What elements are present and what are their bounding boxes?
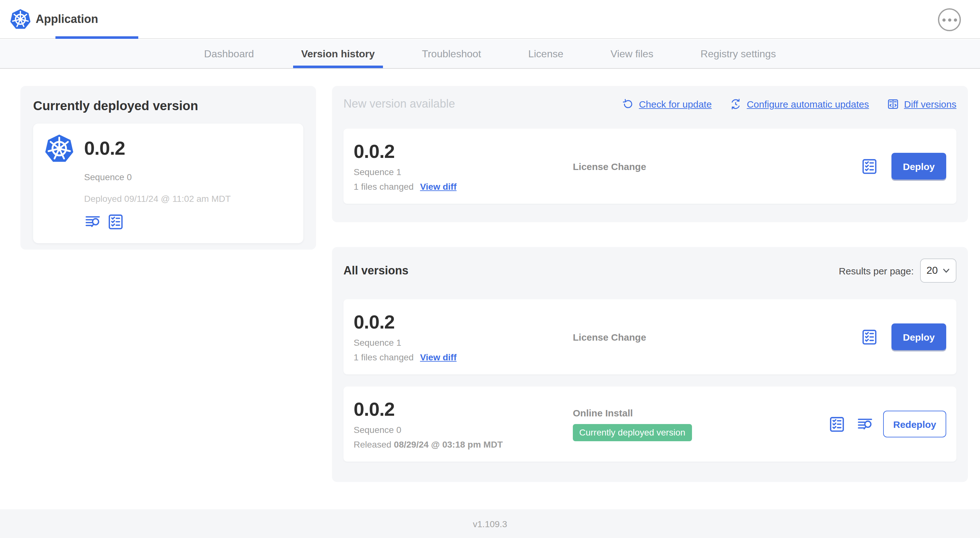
deploy-button[interactable]: Deploy	[891, 324, 946, 350]
preflight-checklist-icon	[828, 416, 846, 433]
ellipsis-icon	[942, 18, 945, 21]
schedule-update-icon	[730, 98, 742, 110]
tab-registry-settings[interactable]: Registry settings	[677, 40, 800, 68]
chevron-down-icon	[942, 267, 950, 275]
new-version-title: New version available	[344, 97, 455, 111]
current-version-number: 0.0.2	[84, 138, 125, 159]
preflight-checks-button[interactable]	[107, 213, 124, 230]
app-tab-label: Application	[36, 13, 98, 26]
currently-deployed-badge: Currently deployed version	[573, 424, 692, 441]
redeploy-button[interactable]: Redeploy	[883, 411, 946, 437]
version-row-sequence-1: 0.0.2 Sequence 1 1 files changed View di…	[344, 299, 956, 375]
version-source: Online Install	[573, 407, 828, 418]
diff-versions-link[interactable]: Diff versions	[887, 98, 956, 110]
results-per-page-label: Results per page:	[839, 265, 914, 276]
app-window: Application Dashboard Version history Tr…	[0, 0, 980, 538]
app-tab[interactable]: Application	[9, 0, 98, 39]
new-version-panel: New version available Check for update	[332, 86, 968, 222]
version-sequence: Sequence 1	[354, 338, 573, 348]
current-version-title: Currently deployed version	[33, 99, 303, 113]
new-version-card: 0.0.2 Sequence 1 1 files changed View di…	[344, 129, 956, 204]
configure-automatic-updates-link[interactable]: Configure automatic updates	[730, 98, 869, 110]
app-footer: v1.109.3	[0, 509, 980, 538]
app-header: Application	[0, 0, 980, 39]
files-changed-text: 1 files changed	[354, 181, 414, 192]
results-per-page-select[interactable]: 20	[920, 259, 956, 283]
kubernetes-logo-icon	[9, 7, 32, 30]
nav-tabs: Dashboard Version history Troubleshoot L…	[0, 40, 980, 69]
preflight-checklist-icon	[861, 328, 878, 345]
current-version-sequence: Sequence 0	[84, 172, 293, 182]
preflight-checks-button[interactable]	[861, 157, 878, 175]
version-number: 0.0.2	[354, 398, 573, 420]
view-diff-link[interactable]: View diff	[420, 181, 457, 192]
app-tab-active-underline	[56, 36, 138, 39]
logs-icon	[856, 416, 873, 433]
preflight-checklist-icon	[107, 213, 124, 230]
more-menu-button[interactable]	[938, 8, 961, 31]
tab-dashboard[interactable]: Dashboard	[181, 40, 278, 68]
diff-icon	[887, 98, 899, 110]
tab-view-files[interactable]: View files	[587, 40, 677, 68]
tab-version-history[interactable]: Version history	[277, 40, 398, 68]
version-source: License Change	[573, 161, 861, 171]
current-version-card: 0.0.2 Sequence 0 Deployed 09/11/24 @ 11:…	[33, 124, 303, 243]
preflight-checks-button[interactable]	[828, 416, 846, 433]
version-sequence: Sequence 0	[354, 425, 573, 435]
refresh-icon	[622, 98, 634, 110]
check-for-update-link[interactable]: Check for update	[622, 98, 712, 110]
console-version: v1.109.3	[473, 519, 507, 529]
version-number: 0.0.2	[354, 141, 573, 162]
tab-troubleshoot[interactable]: Troubleshoot	[398, 40, 505, 68]
all-versions-title: All versions	[344, 264, 409, 277]
version-released-at: Released08/29/24 @ 03:18 pm MDT	[354, 439, 573, 449]
deploy-button[interactable]: Deploy	[891, 153, 946, 179]
all-versions-panel: All versions Results per page: 20 0.0.2 …	[332, 247, 968, 482]
kubernetes-logo-icon	[43, 132, 75, 164]
tab-license[interactable]: License	[505, 40, 587, 68]
current-version-panel: Currently deployed version	[21, 86, 316, 249]
version-sequence: Sequence 1	[354, 167, 573, 177]
view-logs-button[interactable]	[84, 213, 101, 230]
version-row-sequence-0: 0.0.2 Sequence 0 Released08/29/24 @ 03:1…	[344, 386, 956, 462]
logs-icon	[84, 213, 101, 230]
current-version-deployed-at: Deployed 09/11/24 @ 11:02 am MDT	[84, 194, 293, 204]
preflight-checks-button[interactable]	[861, 328, 878, 345]
files-changed-text: 1 files changed	[354, 352, 414, 362]
preflight-checklist-icon	[861, 157, 878, 175]
view-logs-button[interactable]	[856, 416, 873, 433]
view-diff-link[interactable]: View diff	[420, 352, 457, 362]
version-number: 0.0.2	[354, 311, 573, 333]
version-source: License Change	[573, 332, 861, 342]
